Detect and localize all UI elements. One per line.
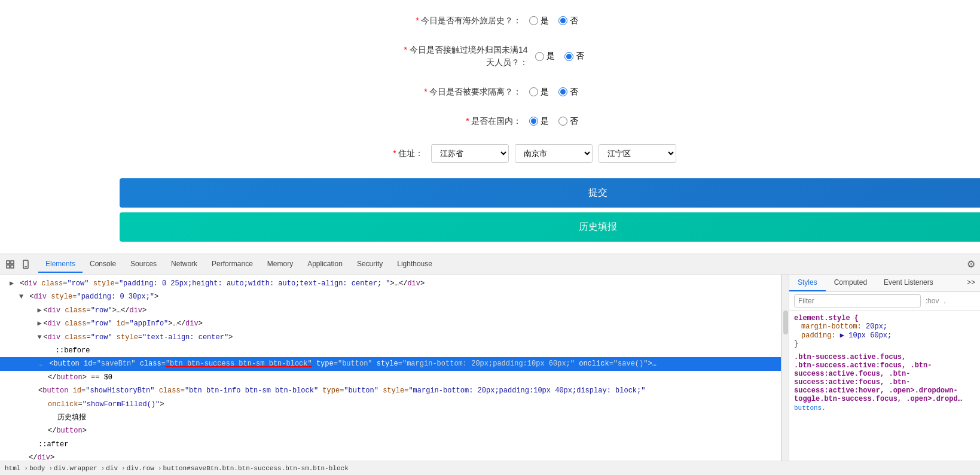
radio-group-q4: 是 否 [529,116,578,127]
district-select[interactable]: 江宁区 [599,144,676,163]
radio-q2-no[interactable]: 否 [564,51,584,62]
radio-q3-yes[interactable]: 是 [529,87,549,98]
form-row-q3: * 今日是否被要求隔离？： 是 否 [0,77,980,106]
submit-btn-wrapper: 提交 [12,178,968,208]
label-q3: * 今日是否被要求隔离？： [402,86,522,98]
radio-q4-yes[interactable]: 是 [529,116,549,127]
radio-group-q2: 是 否 [535,51,584,62]
city-select[interactable]: 南京市 [515,144,593,163]
radio-group-q1: 是 否 [529,16,578,26]
form-row-q4: * 是否在国内： 是 否 [0,106,980,136]
radio-q1-yes[interactable]: 是 [529,16,549,26]
form-row-address: * 住址： 江苏省 南京市 江宁区 [0,136,980,171]
label-q1: * 今日是否有海外旅居史？： [402,14,522,27]
main-form-area: * 今日是否有海外旅居史？： 是 否 * 今日是否接触过境外归国未满14天人员？… [0,0,980,242]
radio-q1-no[interactable]: 否 [558,16,578,26]
label-q2: * 今日是否接触过境外归国未满14天人员？： [396,44,528,69]
radio-group-q3: 是 否 [529,87,578,98]
address-selects: 江苏省 南京市 江宁区 [431,144,676,163]
radio-q4-no[interactable]: 否 [558,116,578,127]
form-row-q2: * 今日是否接触过境外归国未满14天人员？： 是 否 [0,35,980,77]
submit-button[interactable]: 提交 [120,178,980,208]
form-row-q1: * 今日是否有海外旅居史？： 是 否 [0,6,980,35]
radio-q3-no[interactable]: 否 [558,87,578,98]
radio-q2-yes[interactable]: 是 [535,51,555,62]
label-q4: * 是否在国内： [402,115,522,127]
label-address: * 住址： [304,147,424,160]
province-select[interactable]: 江苏省 [431,144,509,163]
history-btn-wrapper: 历史填报 [12,212,968,242]
history-button[interactable]: 历史填报 [120,212,980,242]
